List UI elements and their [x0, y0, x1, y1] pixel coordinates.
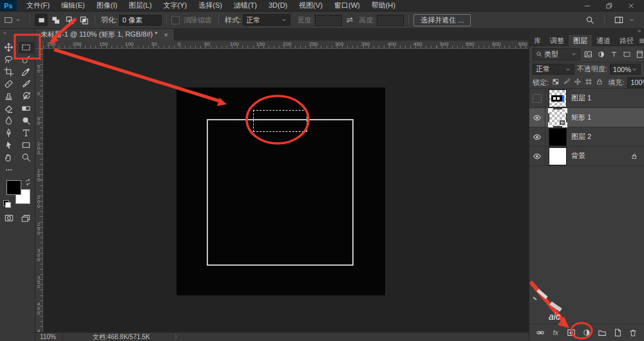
brush-tool[interactable] — [19, 78, 34, 90]
fx-button[interactable]: fx — [551, 327, 560, 338]
close-button[interactable] — [627, 2, 635, 10]
restore-button[interactable] — [605, 2, 613, 10]
foreground-color-swatch[interactable] — [6, 180, 21, 195]
menu-item[interactable]: 窗口(W) — [328, 0, 366, 11]
edit-toolbar-icon[interactable] — [5, 165, 14, 174]
pixel-filter-button[interactable] — [583, 49, 593, 59]
layer-thumbnail[interactable] — [549, 148, 566, 165]
delete-button[interactable] — [629, 327, 638, 338]
menu-item[interactable]: 文字(Y) — [158, 0, 193, 11]
layer-name[interactable]: 背景 — [571, 151, 585, 161]
shape-filter-button[interactable] — [621, 49, 632, 59]
document-tab[interactable]: 未标题-1 @ 110% (矩形 1, RGB/8#) * × — [35, 28, 175, 41]
height-input[interactable] — [377, 15, 404, 26]
search-icon[interactable] — [585, 15, 594, 24]
workspace-icon[interactable] — [614, 15, 623, 24]
feather-input[interactable]: 0 像素 — [119, 15, 162, 26]
panel-tab-通道[interactable]: 通道 — [592, 35, 615, 46]
menu-item[interactable]: 图层(L) — [123, 0, 157, 11]
menu-item[interactable]: 视图(V) — [293, 0, 328, 11]
lock-position-button[interactable] — [574, 78, 582, 87]
layer-name[interactable]: 矩形 1 — [571, 113, 591, 122]
swap-colors-icon[interactable] — [24, 178, 33, 187]
panel-tab-路径[interactable]: 路径 — [615, 35, 638, 46]
smartobject-filter-button[interactable] — [634, 49, 644, 59]
add-selection-button[interactable] — [49, 14, 62, 26]
opacity-select[interactable]: 100% — [610, 64, 641, 75]
subtract-selection-button[interactable] — [63, 14, 76, 26]
visibility-toggle[interactable] — [529, 89, 545, 107]
style-select[interactable]: 正常 — [243, 14, 290, 26]
zoom-tool[interactable] — [19, 152, 34, 163]
blur-tool[interactable] — [1, 115, 17, 127]
toolbar-collapse-button[interactable]: « — [0, 28, 35, 41]
eraser-tool[interactable] — [1, 103, 17, 115]
panel-tab-库[interactable]: 库 — [529, 35, 545, 46]
width-input[interactable] — [315, 15, 342, 26]
menu-item[interactable]: 选择(S) — [193, 0, 228, 11]
layer-thumbnail[interactable] — [549, 109, 566, 126]
lasso-tool[interactable] — [1, 54, 17, 66]
new-layer-button[interactable] — [613, 327, 623, 338]
rect-shape-tool[interactable] — [19, 140, 34, 151]
clone-stamp-tool[interactable] — [1, 91, 17, 102]
quick-mask-icon[interactable] — [5, 214, 14, 223]
select-and-mask-button[interactable]: 选择并遮住 ... — [413, 14, 471, 26]
menu-item[interactable]: 帮助(H) — [366, 0, 401, 11]
menu-item[interactable]: 滤镜(T) — [228, 0, 263, 11]
chevron-down-icon[interactable] — [629, 17, 635, 23]
tool-preset-picker[interactable] — [0, 15, 25, 24]
visibility-toggle[interactable] — [529, 127, 545, 146]
visibility-toggle[interactable] — [529, 147, 545, 165]
group-button[interactable] — [598, 327, 607, 338]
type-filter-button[interactable] — [609, 49, 619, 59]
path-select-tool[interactable] — [1, 140, 17, 151]
filter-type-select[interactable]: 类型 — [533, 48, 580, 60]
lock-all-button[interactable] — [596, 78, 603, 87]
layer-row-矩形 1[interactable]: 矩形 1 — [529, 108, 644, 127]
intersect-selection-button[interactable] — [77, 14, 90, 26]
menu-item[interactable]: 图像(I) — [91, 0, 123, 11]
adjustment-filter-button[interactable] — [596, 49, 606, 59]
layer-name[interactable]: 图层 1 — [571, 93, 591, 103]
default-colors-icon[interactable] — [3, 200, 11, 208]
anti-alias-checkbox[interactable] — [171, 16, 180, 24]
layer-thumbnail[interactable] — [549, 129, 566, 145]
canvas-document[interactable] — [176, 88, 385, 295]
menu-item[interactable]: 3D(D) — [263, 0, 293, 11]
panel-tab-图层[interactable]: 图层 — [569, 35, 592, 46]
layer-row-图层 2[interactable]: 图层 2 — [529, 127, 644, 147]
gradient-tool[interactable] — [19, 103, 34, 115]
tab-close-icon[interactable]: × — [164, 31, 168, 39]
lock-artboard-button[interactable] — [585, 78, 592, 87]
layer-row-背景[interactable]: 背景 — [529, 147, 644, 166]
horizontal-ruler[interactable]: 2502001501005005010015020025030035040045… — [43, 41, 529, 49]
menu-item[interactable]: 编辑(E) — [55, 0, 91, 11]
blend-mode-select[interactable]: 正常 — [533, 64, 574, 75]
pen-tool[interactable] — [1, 127, 17, 139]
eyedropper-tool[interactable] — [19, 66, 34, 78]
new-selection-button[interactable] — [35, 14, 48, 26]
crop-tool[interactable] — [1, 66, 17, 78]
zoom-level[interactable]: 110% — [35, 333, 62, 340]
layer-thumbnail[interactable] — [549, 90, 566, 107]
ruler-corner[interactable] — [35, 41, 43, 49]
dock-collapse-button[interactable]: » — [529, 28, 644, 35]
layer-row-图层 1[interactable]: 图层 1 — [529, 89, 644, 108]
screen-mode-icon[interactable] — [21, 214, 30, 223]
hand-tool[interactable] — [1, 152, 17, 163]
fill-select[interactable]: 100% — [627, 77, 644, 88]
adjustment-button[interactable] — [582, 327, 591, 338]
move-tool[interactable] — [1, 42, 17, 53]
lock-pixels-button[interactable] — [563, 78, 571, 87]
layer-name[interactable]: 图层 2 — [571, 132, 591, 142]
vertical-ruler[interactable]: 5 005 01 0 01 5 02 0 02 5 03 0 03 5 04 0… — [35, 49, 43, 333]
minimize-button[interactable] — [583, 2, 591, 10]
type-tool[interactable] — [19, 127, 34, 139]
lock-transparency-button[interactable] — [552, 78, 560, 87]
link-button[interactable] — [535, 327, 545, 338]
panel-menu-button[interactable] — [638, 35, 644, 46]
visibility-toggle[interactable] — [529, 108, 545, 127]
rect-marquee-tool[interactable] — [19, 42, 34, 53]
panel-tab-调整[interactable]: 调整 — [545, 35, 569, 46]
